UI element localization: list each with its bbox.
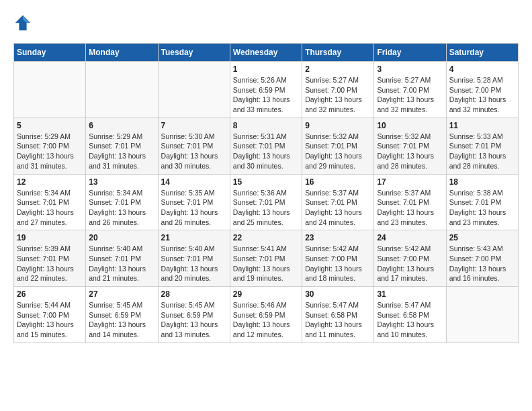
week-row-0: 1Sunrise: 5:26 AM Sunset: 6:59 PM Daylig… — [14, 62, 519, 118]
calendar-cell: 1Sunrise: 5:26 AM Sunset: 6:59 PM Daylig… — [230, 62, 302, 118]
day-number: 24 — [377, 233, 443, 242]
day-number: 3 — [377, 64, 443, 74]
calendar-cell — [14, 62, 86, 118]
week-row-1: 5Sunrise: 5:29 AM Sunset: 7:00 PM Daylig… — [14, 118, 519, 174]
calendar-body: 1Sunrise: 5:26 AM Sunset: 6:59 PM Daylig… — [14, 62, 519, 343]
calendar-cell: 9Sunrise: 5:32 AM Sunset: 7:01 PM Daylig… — [302, 118, 374, 174]
calendar-cell: 2Sunrise: 5:27 AM Sunset: 7:00 PM Daylig… — [302, 62, 374, 118]
weekday-header-monday: Monday — [86, 44, 158, 62]
day-number: 22 — [233, 233, 299, 242]
day-info: Sunrise: 5:46 AM Sunset: 6:59 PM Dayligh… — [233, 300, 299, 340]
day-number: 2 — [305, 64, 371, 74]
day-number: 14 — [161, 177, 227, 187]
day-info: Sunrise: 5:47 AM Sunset: 6:58 PM Dayligh… — [377, 300, 443, 340]
day-number: 25 — [449, 233, 515, 242]
day-number: 31 — [377, 289, 443, 299]
calendar-table: SundayMondayTuesdayWednesdayThursdayFrid… — [13, 43, 519, 343]
day-info: Sunrise: 5:29 AM Sunset: 7:00 PM Dayligh… — [17, 132, 83, 171]
weekday-header-sunday: Sunday — [14, 44, 86, 62]
day-number: 17 — [377, 177, 443, 187]
day-number: 29 — [233, 289, 299, 299]
week-row-4: 26Sunrise: 5:44 AM Sunset: 7:00 PM Dayli… — [14, 287, 519, 343]
day-number: 6 — [89, 121, 154, 130]
weekday-row: SundayMondayTuesdayWednesdayThursdayFrid… — [14, 44, 519, 62]
day-number: 15 — [233, 177, 299, 187]
day-number: 12 — [17, 177, 83, 187]
day-info: Sunrise: 5:40 AM Sunset: 7:01 PM Dayligh… — [161, 244, 227, 283]
calendar-cell: 31Sunrise: 5:47 AM Sunset: 6:58 PM Dayli… — [374, 287, 446, 343]
day-info: Sunrise: 5:40 AM Sunset: 7:01 PM Dayligh… — [89, 244, 154, 283]
logo-icon — [13, 13, 32, 32]
day-info: Sunrise: 5:41 AM Sunset: 7:01 PM Dayligh… — [233, 244, 299, 283]
day-number: 10 — [377, 121, 443, 130]
day-number: 8 — [233, 121, 299, 130]
calendar-cell: 16Sunrise: 5:37 AM Sunset: 7:01 PM Dayli… — [302, 174, 374, 230]
calendar-cell: 19Sunrise: 5:39 AM Sunset: 7:01 PM Dayli… — [14, 230, 86, 287]
logo — [13, 13, 35, 32]
calendar-cell: 23Sunrise: 5:42 AM Sunset: 7:00 PM Dayli… — [302, 230, 374, 287]
calendar-cell: 18Sunrise: 5:38 AM Sunset: 7:01 PM Dayli… — [446, 174, 518, 230]
day-info: Sunrise: 5:38 AM Sunset: 7:01 PM Dayligh… — [449, 188, 515, 228]
day-number: 16 — [305, 177, 371, 187]
calendar-cell: 13Sunrise: 5:34 AM Sunset: 7:01 PM Dayli… — [86, 174, 158, 230]
calendar-cell: 26Sunrise: 5:44 AM Sunset: 7:00 PM Dayli… — [14, 287, 86, 343]
calendar-cell: 12Sunrise: 5:34 AM Sunset: 7:01 PM Dayli… — [14, 174, 86, 230]
day-number: 19 — [17, 233, 83, 242]
calendar-cell — [158, 62, 230, 118]
day-info: Sunrise: 5:44 AM Sunset: 7:00 PM Dayligh… — [17, 300, 83, 340]
calendar-cell: 3Sunrise: 5:27 AM Sunset: 7:00 PM Daylig… — [374, 62, 446, 118]
day-number: 21 — [161, 233, 227, 242]
day-info: Sunrise: 5:33 AM Sunset: 7:01 PM Dayligh… — [449, 132, 515, 171]
calendar-cell: 14Sunrise: 5:35 AM Sunset: 7:01 PM Dayli… — [158, 174, 230, 230]
day-number: 9 — [305, 121, 371, 130]
calendar-header: SundayMondayTuesdayWednesdayThursdayFrid… — [14, 44, 519, 62]
calendar-cell: 28Sunrise: 5:45 AM Sunset: 6:59 PM Dayli… — [158, 287, 230, 343]
weekday-header-thursday: Thursday — [302, 44, 374, 62]
day-info: Sunrise: 5:45 AM Sunset: 6:59 PM Dayligh… — [89, 300, 154, 340]
week-row-3: 19Sunrise: 5:39 AM Sunset: 7:01 PM Dayli… — [14, 230, 519, 287]
day-info: Sunrise: 5:26 AM Sunset: 6:59 PM Dayligh… — [233, 75, 299, 115]
day-number: 18 — [449, 177, 515, 187]
day-info: Sunrise: 5:43 AM Sunset: 7:00 PM Dayligh… — [449, 244, 515, 283]
day-info: Sunrise: 5:39 AM Sunset: 7:01 PM Dayligh… — [17, 244, 83, 283]
calendar-cell: 4Sunrise: 5:28 AM Sunset: 7:00 PM Daylig… — [446, 62, 518, 118]
day-number: 4 — [449, 64, 515, 74]
calendar-cell: 21Sunrise: 5:40 AM Sunset: 7:01 PM Dayli… — [158, 230, 230, 287]
calendar-cell: 11Sunrise: 5:33 AM Sunset: 7:01 PM Dayli… — [446, 118, 518, 174]
day-info: Sunrise: 5:32 AM Sunset: 7:01 PM Dayligh… — [305, 132, 371, 171]
calendar-cell: 25Sunrise: 5:43 AM Sunset: 7:00 PM Dayli… — [446, 230, 518, 287]
day-number: 28 — [161, 289, 227, 299]
day-info: Sunrise: 5:37 AM Sunset: 7:01 PM Dayligh… — [305, 188, 371, 228]
calendar-cell: 10Sunrise: 5:32 AM Sunset: 7:01 PM Dayli… — [374, 118, 446, 174]
day-info: Sunrise: 5:28 AM Sunset: 7:00 PM Dayligh… — [449, 75, 515, 115]
day-number: 11 — [449, 121, 515, 130]
day-info: Sunrise: 5:35 AM Sunset: 7:01 PM Dayligh… — [161, 188, 227, 228]
day-number: 1 — [233, 64, 299, 74]
day-number: 23 — [305, 233, 371, 242]
day-number: 13 — [89, 177, 154, 187]
week-row-2: 12Sunrise: 5:34 AM Sunset: 7:01 PM Dayli… — [14, 174, 519, 230]
day-number: 7 — [161, 121, 227, 130]
calendar-cell: 15Sunrise: 5:36 AM Sunset: 7:01 PM Dayli… — [230, 174, 302, 230]
day-info: Sunrise: 5:34 AM Sunset: 7:01 PM Dayligh… — [17, 188, 83, 228]
day-number: 27 — [89, 289, 154, 299]
calendar-cell: 24Sunrise: 5:42 AM Sunset: 7:00 PM Dayli… — [374, 230, 446, 287]
weekday-header-friday: Friday — [374, 44, 446, 62]
calendar-cell: 30Sunrise: 5:47 AM Sunset: 6:58 PM Dayli… — [302, 287, 374, 343]
day-info: Sunrise: 5:34 AM Sunset: 7:01 PM Dayligh… — [89, 188, 154, 228]
calendar-cell: 7Sunrise: 5:30 AM Sunset: 7:01 PM Daylig… — [158, 118, 230, 174]
day-number: 30 — [305, 289, 371, 299]
weekday-header-wednesday: Wednesday — [230, 44, 302, 62]
weekday-header-saturday: Saturday — [446, 44, 518, 62]
calendar-cell: 20Sunrise: 5:40 AM Sunset: 7:01 PM Dayli… — [86, 230, 158, 287]
calendar-cell — [446, 287, 518, 343]
day-info: Sunrise: 5:31 AM Sunset: 7:01 PM Dayligh… — [233, 132, 299, 171]
calendar-cell — [86, 62, 158, 118]
day-number: 20 — [89, 233, 154, 242]
day-info: Sunrise: 5:42 AM Sunset: 7:00 PM Dayligh… — [377, 244, 443, 283]
calendar-cell: 29Sunrise: 5:46 AM Sunset: 6:59 PM Dayli… — [230, 287, 302, 343]
calendar-cell: 5Sunrise: 5:29 AM Sunset: 7:00 PM Daylig… — [14, 118, 86, 174]
calendar-cell: 6Sunrise: 5:29 AM Sunset: 7:01 PM Daylig… — [86, 118, 158, 174]
day-info: Sunrise: 5:30 AM Sunset: 7:01 PM Dayligh… — [161, 132, 227, 171]
day-info: Sunrise: 5:27 AM Sunset: 7:00 PM Dayligh… — [377, 75, 443, 115]
